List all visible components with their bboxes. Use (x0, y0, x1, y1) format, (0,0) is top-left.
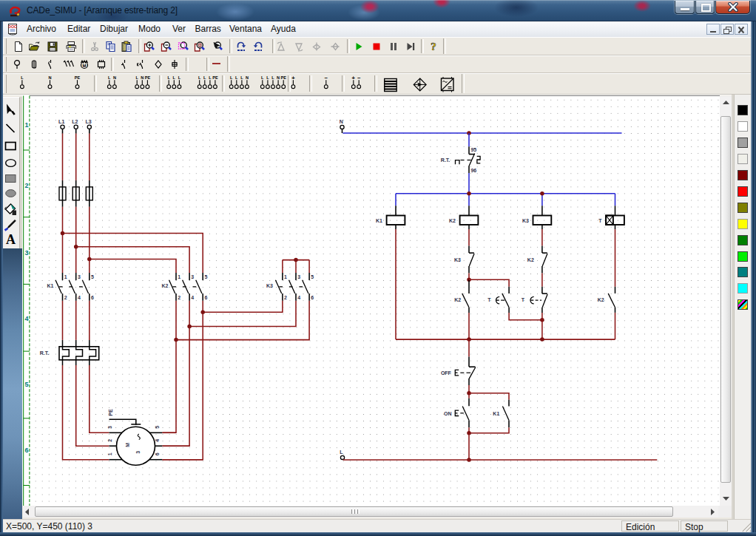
svg-text:M: M (125, 443, 130, 447)
svg-text:6: 6 (311, 295, 314, 300)
svg-text:N: N (340, 119, 343, 124)
svg-text:1: 1 (178, 274, 180, 279)
svg-text:1: 1 (25, 121, 29, 129)
svg-text:K1: K1 (493, 411, 499, 416)
svg-text:2: 2 (64, 295, 67, 300)
svg-text:1: 1 (107, 452, 112, 455)
svg-text:1: 1 (284, 274, 287, 279)
svg-text:5: 5 (25, 381, 29, 388)
svg-text:PE: PE (108, 409, 113, 416)
svg-text:K1: K1 (47, 283, 53, 288)
svg-text:PE: PE (212, 75, 218, 80)
svg-text:+: + (291, 75, 295, 81)
svg-text:K1: K1 (376, 218, 382, 223)
svg-text:L1: L1 (58, 119, 64, 124)
svg-text:3: 3 (78, 274, 81, 279)
svg-text:L: L (271, 75, 274, 80)
svg-text:L: L (261, 75, 264, 80)
svg-text:N: N (246, 75, 249, 80)
svg-text:L2: L2 (72, 119, 78, 124)
svg-text:3: 3 (135, 451, 141, 454)
svg-text:K2: K2 (449, 218, 456, 223)
svg-text:−: − (357, 75, 361, 81)
svg-text:N: N (141, 75, 144, 80)
svg-text:4: 4 (191, 295, 194, 300)
svg-text:K2: K2 (454, 297, 461, 302)
svg-text:6: 6 (204, 295, 207, 300)
svg-text:L: L (198, 75, 201, 80)
svg-text:2: 2 (107, 439, 112, 442)
svg-text:3: 3 (297, 274, 300, 279)
svg-text:A: A (6, 232, 16, 246)
svg-text:K3: K3 (266, 283, 273, 288)
svg-text:R.T.: R.T. (441, 157, 450, 163)
svg-text:L: L (203, 75, 206, 80)
svg-text:N: N (277, 75, 280, 80)
svg-text:L: L (173, 75, 176, 80)
svg-text:2: 2 (25, 182, 29, 189)
svg-text:5: 5 (311, 274, 314, 279)
svg-text:M: M (82, 63, 86, 67)
svg-text:2: 2 (178, 295, 180, 300)
svg-text:4: 4 (155, 439, 160, 442)
svg-text:L: L (266, 75, 269, 80)
svg-text:1: 1 (64, 274, 67, 279)
svg-text:L: L (178, 75, 181, 80)
svg-text:K3: K3 (454, 257, 461, 262)
svg-text:K3: K3 (522, 218, 529, 223)
svg-text:?: ? (431, 41, 436, 52)
svg-text:4: 4 (78, 295, 81, 300)
svg-text:L: L (108, 75, 111, 80)
svg-text:L: L (240, 75, 243, 80)
svg-text:6: 6 (91, 295, 94, 300)
svg-text:6: 6 (155, 452, 160, 455)
svg-text:95: 95 (470, 147, 476, 152)
svg-text:PE: PE (75, 75, 81, 80)
svg-text:−: − (325, 75, 328, 81)
svg-text:L3: L3 (85, 119, 91, 124)
svg-text:5: 5 (204, 274, 207, 279)
svg-text:5: 5 (155, 426, 160, 429)
svg-text:96: 96 (470, 168, 476, 173)
svg-text:3: 3 (107, 426, 112, 429)
svg-text:PE: PE (145, 75, 151, 80)
svg-text:PE: PE (280, 75, 286, 80)
svg-text:N: N (113, 75, 116, 80)
svg-text:2: 2 (284, 295, 287, 300)
svg-text:T: T (522, 297, 525, 302)
svg-text:+: + (352, 75, 356, 81)
svg-text:3: 3 (191, 274, 194, 279)
svg-text:N: N (48, 75, 51, 80)
svg-text:L: L (167, 75, 170, 80)
svg-text:4: 4 (25, 315, 29, 322)
svg-text:L: L (340, 450, 343, 455)
svg-text:L: L (235, 75, 238, 80)
svg-text:DOC: DOC (8, 24, 17, 29)
svg-text:OFF: OFF (441, 370, 452, 376)
svg-text:R.T.: R.T. (40, 350, 50, 356)
svg-text:ON: ON (444, 411, 452, 416)
svg-text:T: T (487, 297, 491, 302)
svg-text:K2: K2 (598, 297, 604, 302)
svg-text:4: 4 (297, 295, 300, 300)
svg-text:3: 3 (25, 249, 29, 257)
svg-text:6: 6 (25, 447, 29, 454)
svg-text:T: T (598, 218, 602, 223)
svg-text:L: L (21, 75, 24, 80)
svg-text:K2: K2 (162, 283, 169, 288)
svg-text:K2: K2 (527, 257, 534, 262)
svg-text:L: L (230, 75, 233, 80)
svg-text:L: L (135, 75, 138, 80)
svg-text:L: L (209, 75, 212, 80)
svg-text:5: 5 (91, 274, 94, 279)
